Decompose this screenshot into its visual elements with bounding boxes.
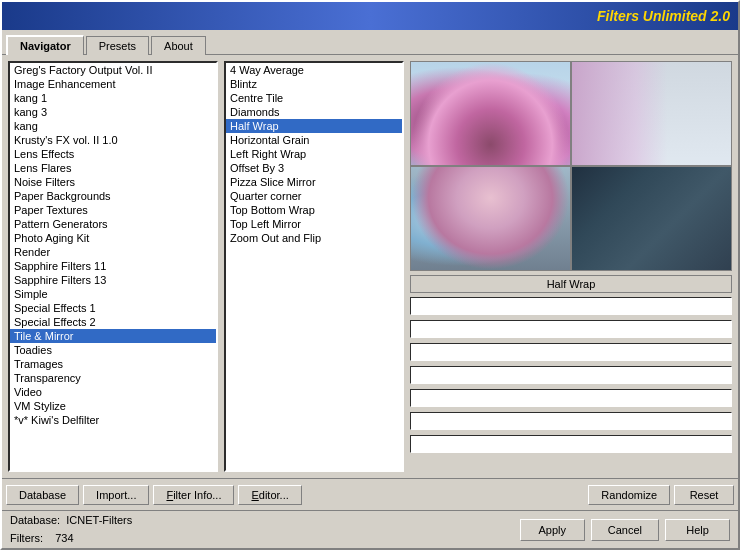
list-item[interactable]: *v* Kiwi's Delfilter xyxy=(10,413,216,427)
preview-top-right xyxy=(572,62,731,165)
filter-name-display: Half Wrap xyxy=(410,275,732,293)
preview-grid xyxy=(410,61,732,271)
param-row-3 xyxy=(410,343,732,361)
list-item[interactable]: Simple xyxy=(10,287,216,301)
param-row-4 xyxy=(410,366,732,384)
list-item[interactable]: Video xyxy=(10,385,216,399)
randomize-button[interactable]: Randomize xyxy=(588,485,670,505)
category-list[interactable]: Greg's Factory Output Vol. II Image Enha… xyxy=(8,61,218,472)
filter-list-item[interactable]: 4 Way Average xyxy=(226,63,402,77)
main-window: Filters Unlimited 2.0 Navigator Presets … xyxy=(0,0,740,550)
tab-navigator[interactable]: Navigator xyxy=(6,35,84,55)
list-item[interactable]: Krusty's FX vol. II 1.0 xyxy=(10,133,216,147)
import-button[interactable]: Import... xyxy=(83,485,149,505)
title-bar: Filters Unlimited 2.0 xyxy=(2,2,738,30)
list-item[interactable]: Toadies xyxy=(10,343,216,357)
database-button[interactable]: Database xyxy=(6,485,79,505)
params-area xyxy=(410,297,732,472)
list-item[interactable]: Lens Effects xyxy=(10,147,216,161)
toolbar-right: Randomize Reset xyxy=(588,485,734,505)
list-item[interactable]: Paper Backgrounds xyxy=(10,189,216,203)
list-item[interactable]: VM Stylize xyxy=(10,399,216,413)
filter-list-item[interactable]: Offset By 3 xyxy=(226,161,402,175)
filter-list-item[interactable]: Horizontal Grain xyxy=(226,133,402,147)
filter-list-item[interactable]: Quarter corner xyxy=(226,189,402,203)
filter-list-item[interactable]: Left Right Wrap xyxy=(226,147,402,161)
list-item[interactable]: Greg's Factory Output Vol. II xyxy=(10,63,216,77)
list-item[interactable]: Photo Aging Kit xyxy=(10,231,216,245)
list-item[interactable]: Image Enhancement xyxy=(10,77,216,91)
list-item-selected[interactable]: Tile & Mirror xyxy=(10,329,216,343)
param-row-1 xyxy=(410,297,732,315)
preview-bottom-right xyxy=(572,167,731,270)
list-item[interactable]: Pattern Generators xyxy=(10,217,216,231)
app-title: Filters Unlimited 2.0 xyxy=(597,8,730,24)
filter-list-item[interactable]: Zoom Out and Flip xyxy=(226,231,402,245)
filters-status: Filters: 734 xyxy=(10,530,132,548)
tabs-bar: Navigator Presets About xyxy=(2,30,738,54)
param-row-2 xyxy=(410,320,732,338)
list-item[interactable]: Render xyxy=(10,245,216,259)
cancel-button[interactable]: Cancel xyxy=(591,519,659,541)
help-button[interactable]: Help xyxy=(665,519,730,541)
status-info: Database: ICNET-Filters Filters: 734 xyxy=(10,512,132,547)
middle-panel: 4 Way Average Blintz Centre Tile Diamond… xyxy=(224,61,404,472)
editor-button[interactable]: Editor... xyxy=(238,485,301,505)
list-item[interactable]: Noise Filters xyxy=(10,175,216,189)
filter-list[interactable]: 4 Way Average Blintz Centre Tile Diamond… xyxy=(224,61,404,472)
right-panel: Half Wrap xyxy=(410,61,732,472)
filter-list-item[interactable]: Pizza Slice Mirror xyxy=(226,175,402,189)
list-item[interactable]: Sapphire Filters 13 xyxy=(10,273,216,287)
tab-presets[interactable]: Presets xyxy=(86,36,149,55)
param-row-6 xyxy=(410,412,732,430)
param-row-5 xyxy=(410,389,732,407)
filter-list-item-selected[interactable]: Half Wrap xyxy=(226,119,402,133)
list-item[interactable]: Sapphire Filters 11 xyxy=(10,259,216,273)
apply-button[interactable]: Apply xyxy=(520,519,585,541)
list-item[interactable]: Tramages xyxy=(10,357,216,371)
filter-list-item[interactable]: Diamonds xyxy=(226,105,402,119)
filter-list-item[interactable]: Blintz xyxy=(226,77,402,91)
list-item[interactable]: Transparency xyxy=(10,371,216,385)
reset-button[interactable]: Reset xyxy=(674,485,734,505)
status-buttons: Apply Cancel Help xyxy=(520,519,730,541)
list-item[interactable]: kang xyxy=(10,119,216,133)
bottom-toolbar: Database Import... Filter Info... Editor… xyxy=(2,478,738,510)
list-item[interactable]: Special Effects 2 xyxy=(10,315,216,329)
list-item[interactable]: kang 1 xyxy=(10,91,216,105)
list-item[interactable]: Special Effects 1 xyxy=(10,301,216,315)
preview-bottom-left xyxy=(411,167,570,270)
filter-list-item[interactable]: Centre Tile xyxy=(226,91,402,105)
preview-top-left xyxy=(411,62,570,165)
tab-about[interactable]: About xyxy=(151,36,206,55)
list-item[interactable]: Lens Flares xyxy=(10,161,216,175)
list-item[interactable]: Paper Textures xyxy=(10,203,216,217)
list-item[interactable]: kang 3 xyxy=(10,105,216,119)
database-status: Database: ICNET-Filters xyxy=(10,512,132,530)
content-area: Greg's Factory Output Vol. II Image Enha… xyxy=(2,54,738,478)
filter-list-item[interactable]: Top Left Mirror xyxy=(226,217,402,231)
filter-list-item[interactable]: Top Bottom Wrap xyxy=(226,203,402,217)
param-row-7 xyxy=(410,435,732,453)
filter-info-button[interactable]: Filter Info... xyxy=(153,485,234,505)
left-panel: Greg's Factory Output Vol. II Image Enha… xyxy=(8,61,218,472)
status-bar: Database: ICNET-Filters Filters: 734 App… xyxy=(2,510,738,548)
